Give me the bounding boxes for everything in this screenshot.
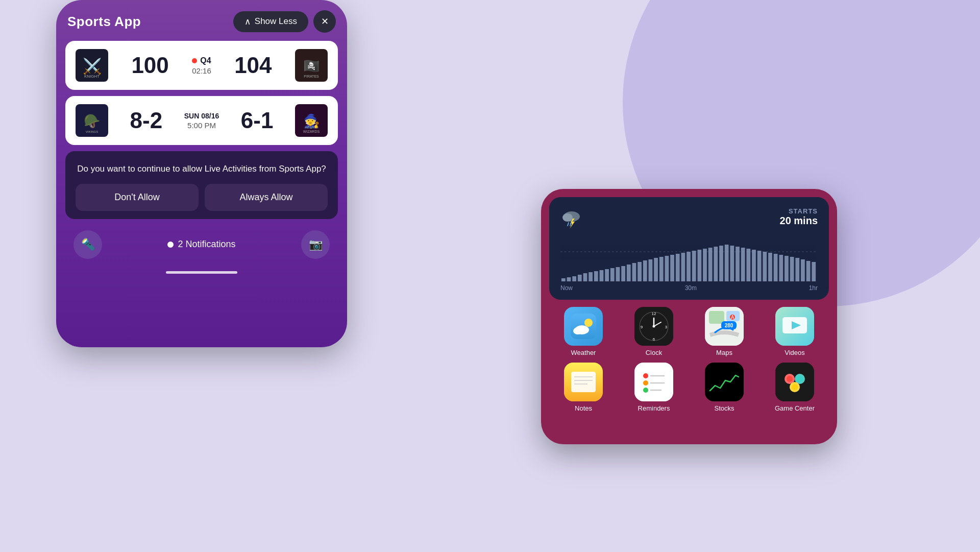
- game2-card[interactable]: 🪖 VIKINGS 8-2 SUN 08/16 5:00 PM 6-1 🧙 WI…: [65, 96, 338, 145]
- notification-message: Do you want to continue to allow Live Ac…: [76, 162, 328, 176]
- svg-rect-61: [795, 258, 799, 281]
- close-button[interactable]: ✕: [313, 10, 336, 33]
- game-start-time: 5:00 PM: [184, 121, 219, 130]
- svg-rect-45: [708, 248, 713, 281]
- app-weather[interactable]: Weather: [551, 307, 616, 356]
- svg-rect-50: [736, 247, 740, 281]
- svg-rect-34: [649, 259, 653, 281]
- svg-rect-30: [627, 265, 631, 281]
- svg-rect-42: [692, 251, 696, 281]
- app-videos[interactable]: Videos: [763, 307, 827, 356]
- app-notes[interactable]: Notes: [551, 363, 616, 412]
- svg-line-15: [568, 223, 569, 226]
- chart-time-labels: Now 30m 1hr: [560, 284, 818, 292]
- notification-count-display: 2 Notifications: [167, 239, 235, 250]
- rain-chart: [560, 242, 818, 282]
- svg-rect-79: [709, 311, 724, 324]
- show-less-button[interactable]: ∧ Show Less: [233, 11, 308, 32]
- svg-rect-18: [561, 278, 566, 281]
- reminders-app-label: Reminders: [638, 404, 670, 412]
- chart-label-1hr: 1hr: [809, 284, 818, 292]
- svg-text:🪖: 🪖: [84, 113, 101, 129]
- svg-point-68: [573, 327, 582, 334]
- svg-rect-27: [610, 268, 615, 281]
- chart-label-now: Now: [560, 284, 573, 292]
- svg-point-107: [792, 384, 798, 390]
- svg-rect-36: [659, 257, 664, 281]
- svg-rect-37: [665, 256, 669, 281]
- svg-text:9: 9: [641, 325, 643, 329]
- team4-score: 6-1: [241, 108, 274, 133]
- maps-app-icon: 280 A: [705, 307, 744, 346]
- game-date: SUN 08/16: [184, 112, 219, 120]
- notification-dot: [167, 242, 174, 248]
- team3-logo: 🪖 VIKINGS: [76, 104, 108, 137]
- weather-widget[interactable]: STARTS 20 mins: [549, 197, 829, 300]
- svg-rect-25: [600, 270, 604, 281]
- svg-point-66: [584, 319, 593, 327]
- videos-app-label: Videos: [785, 349, 805, 356]
- svg-point-95: [643, 380, 648, 386]
- game1-card[interactable]: ⚔️ KNIGHT 100 Q4 02:16 104 🏴‍☠️ PIRATES: [65, 41, 338, 90]
- svg-rect-19: [567, 277, 571, 281]
- svg-rect-52: [746, 249, 750, 281]
- left-phone: Sports App ∧ Show Less ✕ ⚔️ KNIGHT 100 Q…: [56, 0, 347, 347]
- weather-app-label: Weather: [571, 349, 596, 356]
- svg-point-106: [797, 376, 803, 382]
- svg-rect-29: [621, 266, 625, 281]
- svg-text:KNIGHT: KNIGHT: [84, 74, 100, 79]
- maps-app-label: Maps: [716, 349, 732, 356]
- svg-rect-48: [725, 245, 729, 281]
- notification-card: Do you want to continue to allow Live Ac…: [65, 151, 338, 219]
- svg-rect-51: [741, 248, 745, 281]
- svg-rect-63: [806, 261, 811, 281]
- svg-text:280: 280: [725, 323, 733, 328]
- app-stocks[interactable]: Stocks: [692, 363, 756, 412]
- app-clock[interactable]: 12 3 6 9 Clock: [622, 307, 686, 356]
- home-indicator[interactable]: [166, 271, 237, 274]
- svg-point-105: [787, 376, 793, 382]
- svg-rect-89: [571, 372, 596, 392]
- team2-logo: 🏴‍☠️ PIRATES: [295, 49, 328, 82]
- svg-text:12: 12: [652, 311, 656, 316]
- svg-rect-56: [768, 253, 772, 281]
- phone-bottom-bar: 🔦 2 Notifications 📷: [65, 227, 338, 262]
- game2-info: SUN 08/16 5:00 PM: [184, 112, 219, 130]
- dont-allow-button[interactable]: Don't Allow: [76, 184, 199, 211]
- svg-rect-31: [632, 263, 636, 281]
- app-game-center[interactable]: Game Center: [763, 363, 827, 412]
- svg-text:A: A: [731, 315, 734, 320]
- chart-label-30m: 30m: [685, 284, 697, 292]
- svg-rect-24: [594, 271, 598, 281]
- notification-count-label: 2 Notifications: [178, 239, 235, 250]
- svg-rect-40: [681, 253, 685, 281]
- svg-text:3: 3: [665, 325, 668, 329]
- team3-score: 8-2: [130, 108, 163, 133]
- svg-rect-62: [801, 259, 805, 281]
- videos-app-icon: [775, 307, 814, 346]
- game-clock: 02:16: [192, 66, 211, 75]
- team2-score: 104: [234, 53, 272, 78]
- svg-rect-32: [638, 262, 642, 281]
- svg-text:WIZARDS: WIZARDS: [303, 130, 320, 133]
- svg-rect-59: [785, 256, 789, 281]
- clock-app-icon: 12 3 6 9: [634, 307, 673, 346]
- always-allow-button[interactable]: Always Allow: [205, 184, 328, 211]
- live-indicator: [192, 58, 197, 63]
- notes-app-label: Notes: [575, 404, 592, 412]
- game1-info: Q4 02:16: [192, 56, 211, 75]
- flashlight-button[interactable]: 🔦: [74, 230, 102, 259]
- app-maps[interactable]: 280 A Maps: [692, 307, 756, 356]
- camera-button[interactable]: 📷: [301, 230, 330, 259]
- svg-text:6: 6: [653, 337, 655, 342]
- stocks-app-icon: [705, 363, 744, 401]
- svg-rect-58: [779, 255, 783, 281]
- flashlight-icon: 🔦: [81, 238, 95, 251]
- phone-header: Sports App ∧ Show Less ✕: [65, 10, 338, 33]
- svg-rect-64: [812, 262, 816, 281]
- chevron-up-icon: ∧: [244, 16, 251, 27]
- svg-rect-55: [763, 252, 767, 281]
- close-icon: ✕: [321, 16, 329, 27]
- weather-storm-icon: [560, 207, 583, 234]
- app-reminders[interactable]: Reminders: [622, 363, 686, 412]
